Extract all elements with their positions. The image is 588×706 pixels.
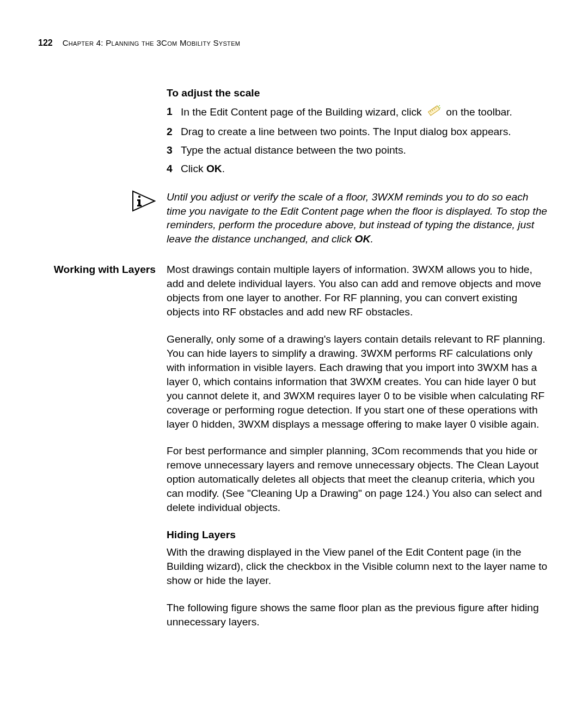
hiding-layers-heading: Hiding Layers — [167, 528, 550, 542]
step-number: 4 — [167, 162, 181, 176]
ok-label: OK — [355, 233, 371, 245]
step-1-text-a: In the Edit Content page of the Building… — [181, 106, 425, 117]
svg-point-9 — [138, 195, 140, 197]
layers-p4: With the drawing displayed in the View p… — [167, 545, 550, 588]
svg-marker-8 — [133, 191, 155, 211]
step-4: 4 Click OK. — [167, 162, 550, 176]
svg-point-5 — [438, 106, 439, 107]
section-working-with-layers: Working with Layers — [38, 264, 156, 276]
running-header: 122 Chapter 4: Planning the 3Com Mobilit… — [38, 38, 550, 48]
step-2-text: Drag to create a line between two points… — [181, 125, 550, 139]
chapter-title: Chapter 4: Planning the 3Com Mobility Sy… — [63, 38, 241, 47]
svg-point-7 — [439, 105, 440, 106]
layers-p1: Most drawings contain multiple layers of… — [167, 263, 550, 319]
note-text-b: . — [370, 233, 373, 245]
step-number: 2 — [167, 125, 181, 139]
ok-label: OK — [206, 163, 222, 174]
svg-point-6 — [439, 107, 440, 108]
layers-p5: The following figure shows the same floo… — [167, 601, 550, 629]
layers-p3: For best performance and simpler plannin… — [167, 444, 550, 515]
step-1-text-b: on the toolbar. — [446, 106, 512, 117]
step-4-text-b: . — [222, 163, 225, 174]
svg-rect-12 — [137, 205, 142, 206]
step-4-text-a: Click — [181, 163, 206, 174]
step-number: 1 — [167, 105, 181, 120]
step-3: 3 Type the actual distance between the t… — [167, 143, 550, 157]
ruler-icon — [427, 105, 441, 120]
svg-rect-11 — [137, 199, 140, 201]
info-note: Until you adjust or verify the scale of … — [167, 190, 550, 247]
step-3-text: Type the actual distance between the two… — [181, 143, 550, 157]
adjust-scale-heading: To adjust the scale — [167, 86, 550, 100]
info-icon — [132, 190, 156, 212]
layers-p2: Generally, only some of a drawing's laye… — [167, 332, 550, 431]
step-2: 2 Drag to create a line between two poin… — [167, 125, 550, 139]
step-1: 1 In the Edit Content page of the Buildi… — [167, 105, 550, 120]
page-number: 122 — [38, 38, 53, 48]
step-number: 3 — [167, 143, 181, 157]
